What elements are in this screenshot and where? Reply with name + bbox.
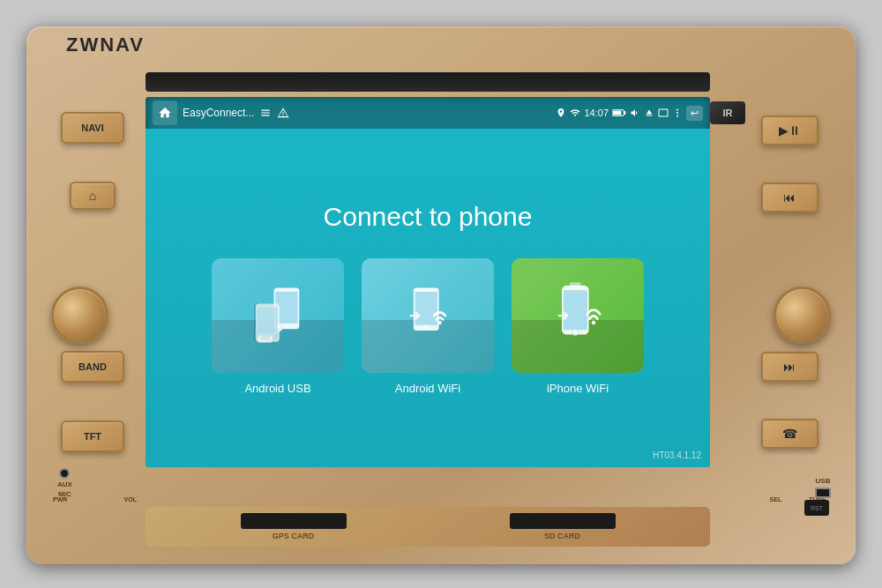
- android-wifi-card[interactable]: [362, 258, 494, 373]
- time-display: 14:07: [584, 108, 609, 118]
- screen-content: Connect to phone: [146, 129, 710, 467]
- ir-button[interactable]: IR: [710, 101, 745, 124]
- aux-label: AUX: [57, 480, 72, 488]
- home-button[interactable]: ⌂: [70, 182, 116, 210]
- eject-status-icon: [644, 108, 654, 118]
- battery-icon: [612, 108, 626, 118]
- svg-rect-16: [415, 292, 437, 325]
- mic-label: MIC: [58, 490, 71, 498]
- android-wifi-option[interactable]: Android WiFi: [362, 258, 494, 395]
- android-usb-label: Android USB: [244, 382, 310, 395]
- home-icon[interactable]: [153, 100, 177, 125]
- android-usb-option[interactable]: Android USB: [212, 258, 344, 395]
- sd-card-slot: SD CARD: [510, 513, 616, 540]
- car-stereo-device: ZWNAV IR ▲ NAVI ⌂ BAND TFT PWR VOL AUX M…: [26, 26, 856, 564]
- svg-rect-21: [570, 282, 581, 287]
- status-bar-icons: 14:07 ↩: [556, 106, 703, 121]
- svg-point-22: [572, 329, 579, 335]
- connection-options: Android USB: [212, 258, 644, 395]
- prev-button[interactable]: ⏮: [761, 182, 818, 212]
- svg-rect-14: [258, 308, 278, 336]
- status-bar: EasyConnect... 14:07: [146, 97, 710, 129]
- location-icon: [556, 108, 566, 118]
- sd-label: SD CARD: [544, 532, 580, 540]
- app-name: EasyConnect...: [183, 107, 254, 119]
- gps-slot[interactable]: [241, 513, 347, 529]
- phone-button[interactable]: ☎: [761, 419, 818, 449]
- iphone-wifi-card[interactable]: [512, 258, 644, 373]
- rst-button[interactable]: RST: [804, 500, 829, 516]
- left-panel: NAVI ⌂ BAND TFT: [44, 97, 141, 467]
- bottom-bar: GPS CARD SD CARD: [146, 507, 710, 547]
- cd-slot: [146, 72, 710, 92]
- sd-slot[interactable]: [510, 513, 616, 529]
- play-pause-button[interactable]: ▶⏸: [761, 115, 818, 145]
- aux-area: AUX MIC: [57, 468, 72, 498]
- navi-button[interactable]: NAVI: [61, 112, 124, 144]
- android-wifi-label: Android WiFi: [395, 382, 460, 395]
- alert-icon: [277, 107, 289, 119]
- svg-point-23: [592, 320, 596, 324]
- svg-rect-2: [624, 111, 625, 115]
- svg-point-5: [676, 115, 678, 117]
- main-screen: EasyConnect... 14:07: [146, 97, 710, 467]
- tft-button[interactable]: TFT: [61, 421, 124, 452]
- iphone-wifi-label: iPhone WiFi: [547, 382, 609, 395]
- iphone-wifi-icon: [538, 276, 617, 355]
- iphone-wifi-option[interactable]: iPhone WiFi: [512, 258, 644, 395]
- version-text: HT03.4.1.12: [653, 450, 701, 460]
- android-wifi-icon: [388, 276, 467, 355]
- vol-label: VOL: [124, 496, 137, 502]
- band-button[interactable]: BAND: [61, 351, 124, 383]
- svg-point-8: [285, 324, 289, 328]
- svg-point-17: [424, 324, 429, 329]
- back-button[interactable]: ↩: [686, 106, 703, 121]
- svg-point-4: [676, 112, 678, 114]
- svg-point-3: [676, 109, 678, 111]
- connect-title: Connect to phone: [324, 202, 533, 232]
- brand-logo: ZWNAV: [66, 33, 145, 56]
- volume-icon: [630, 108, 640, 118]
- tune-knob[interactable]: [774, 287, 831, 344]
- sel-label: SEL: [770, 496, 782, 502]
- android-usb-card[interactable]: [212, 258, 344, 373]
- svg-rect-1: [613, 111, 621, 115]
- usb-port[interactable]: [815, 488, 831, 498]
- display-icon: [658, 108, 669, 118]
- aux-jack[interactable]: [59, 468, 70, 479]
- right-panel: ▶⏸ ⏮ ⏭ ☎: [741, 97, 838, 467]
- notification-icon: [259, 107, 272, 119]
- wifi-status-icon: [570, 108, 580, 118]
- gps-card-slot: GPS CARD: [241, 513, 347, 540]
- menu-dots-icon[interactable]: [672, 108, 683, 118]
- volume-knob[interactable]: [51, 287, 108, 344]
- next-button[interactable]: ⏭: [761, 352, 818, 382]
- svg-rect-20: [564, 290, 587, 330]
- usb-area: USB: [815, 477, 831, 498]
- gps-label: GPS CARD: [273, 532, 315, 540]
- svg-point-18: [437, 320, 442, 324]
- status-bar-left: EasyConnect...: [153, 100, 550, 125]
- android-usb-icon: [238, 276, 318, 355]
- usb-label: USB: [816, 477, 831, 485]
